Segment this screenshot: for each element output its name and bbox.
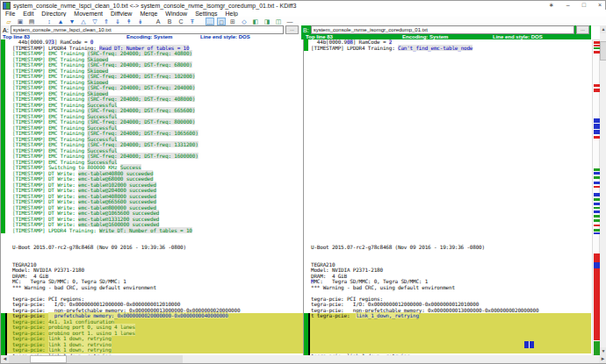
menu-directory[interactable]: Directory (41, 11, 66, 17)
menu-file[interactable]: File (5, 11, 15, 17)
overview-mark (594, 211, 600, 213)
line-numbers-icon[interactable]: ⊞ (228, 18, 237, 25)
text-segment: (SRC-freq: 204000; DST-freq: 68000) (87, 61, 191, 68)
go-next-unsolved-conflict-icon[interactable]: ↡ (136, 18, 145, 25)
print-icon[interactable]: ▤ (27, 18, 36, 25)
text-segment: *** Warning - bad CRC, using default env… (311, 284, 455, 290)
text-segment: emc-table@68000 succeeded (78, 175, 153, 182)
file-b-label: B: (303, 27, 309, 33)
browse-b-button[interactable]: ... (576, 25, 589, 34)
text-segment: (SRC-freq: 204000; DST-freq: 40800) (87, 50, 191, 56)
menu-help[interactable]: Help (225, 11, 237, 17)
diff-pane-b[interactable]: 44b[0000.908] RamCode = 2[TIMESTAMP] LPD… (304, 39, 591, 355)
go-next-conflict-icon[interactable]: ⇓ (113, 18, 122, 25)
go-last-delta-icon[interactable]: ▼ (68, 18, 76, 25)
text-segment: [TIMESTAMP] LPDDR4 Training: (311, 45, 398, 51)
browse-a-button[interactable]: ... (285, 25, 299, 34)
text-segment: Can't_find_emc-table_node (398, 45, 473, 51)
text-segment: Success (120, 164, 141, 170)
text-segment: (SRC-freq: 204000; DST-freq: 800000) (87, 118, 195, 125)
show-whitespace-icon[interactable]: … (206, 18, 214, 25)
file-a-input[interactable]: system_console_nvme_lspci_clean_10.txt (11, 25, 284, 34)
overview-mark (594, 229, 600, 232)
text-segment: (SRC-freq: 204000; DST-freq: 408000) (87, 96, 195, 102)
select-line-a-button[interactable]: A (154, 18, 162, 25)
vertical-scroll-thumb[interactable] (600, 41, 606, 61)
go-prev-unsolved-conflict-icon[interactable]: ↟ (125, 18, 133, 25)
overview-mark (594, 225, 600, 226)
menu-merge[interactable]: Merge (140, 11, 157, 17)
text-segment: U-Boot 2015.07-rc2-g78c8468 (Nov 09 2016… (311, 244, 485, 250)
text-segment: [TIMESTAMP] LPDDR4 Training: (12, 227, 99, 233)
text-segment: emc-table@665600 succeeded (78, 198, 156, 204)
horizontal-scroll-thumb[interactable] (30, 355, 67, 363)
overview-mark (594, 207, 600, 209)
menu-diffview[interactable]: Diffview (111, 11, 132, 17)
overview-mark (594, 168, 600, 171)
window-layout-1-icon[interactable]: ◧ (251, 18, 260, 25)
menu-movement[interactable]: Movement (74, 11, 103, 17)
select-line-b-button[interactable]: B (165, 18, 174, 25)
text-segment: (SRC-freq: 204000; DST-freq: 102000) (87, 73, 195, 79)
go-current-delta-icon[interactable]: ↕ (45, 18, 54, 25)
overview-mark (594, 84, 600, 87)
maximize-button[interactable]: □ (582, 1, 586, 10)
text-segment: emc-table@204000 succeeded (78, 187, 156, 193)
overview-mark (594, 193, 600, 196)
scroll-down-icon[interactable]: ▼ (600, 347, 606, 355)
open-file-icon[interactable]: ▱ (4, 18, 13, 25)
overview-mark (594, 47, 600, 49)
diff-indicator-strip (304, 39, 308, 51)
window-title: system_console_nvme_lspci_clean_10.txt <… (13, 3, 296, 9)
file-b-input[interactable]: system_console_nvme_isomgr_coredump_01.t… (311, 25, 574, 34)
text-segment: Write DT: Number of tables = 10 (99, 227, 192, 233)
scroll-up-icon[interactable]: ▲ (600, 25, 606, 33)
title-bar[interactable]: system_console_nvme_lspci_clean_10.txt <… (1, 1, 605, 10)
close-button[interactable]: × (598, 1, 602, 10)
menu-window[interactable]: Window (165, 11, 187, 17)
overview-mark (594, 176, 600, 179)
overview-mark (594, 51, 600, 54)
window-layout-3-icon[interactable]: ◫ (274, 18, 283, 25)
scroll-left-icon[interactable]: ◄ (1, 355, 9, 363)
diff-overview-column[interactable] (592, 39, 600, 355)
scroll-right-icon[interactable]: ► (599, 355, 606, 363)
menu-edit[interactable]: Edit (23, 11, 33, 17)
current-diff-marker (308, 313, 310, 355)
text-segment: (SRC-freq: 204000; DST-freq: 665600) (87, 107, 195, 113)
diff-indicator-strip (1, 39, 5, 233)
window-layout-2-icon[interactable]: ◨ (263, 18, 271, 25)
overview-mark (594, 45, 600, 46)
go-prev-conflict-icon[interactable]: ⇑ (102, 18, 111, 25)
go-next-delta-icon[interactable]: ▽ (90, 18, 99, 25)
caret-artifact (524, 341, 534, 348)
go-prev-delta-icon[interactable]: △ (79, 18, 88, 25)
auto-advance-icon[interactable]: Ŧ (188, 18, 197, 25)
file-selector-a: A: system_console_nvme_lspci_clean_10.tx… (1, 25, 300, 34)
save-icon[interactable]: ▣ (16, 18, 25, 25)
vertical-scrollbar[interactable]: ▲ ▼ (600, 25, 606, 355)
kdiff3-window: system_console_nvme_lspci_clean_10.txt <… (0, 0, 606, 364)
text-segment: U-Boot 2015.07-rc2-g78c8468 (Nov 09 2016… (12, 244, 186, 250)
overview-mark (594, 182, 600, 184)
statusbar-toggle-icon[interactable]: — (285, 18, 294, 25)
overview-mark (594, 118, 600, 123)
overview-mark (594, 198, 600, 201)
overview-mark (594, 136, 600, 139)
text-segment: (SRC-freq: 204000; DST-freq: 204000) (87, 84, 195, 90)
text-segment: link_1_down,_retrying (356, 312, 419, 318)
text-segment: __prefetchable_memory:_0x000000002000000… (48, 312, 228, 318)
go-first-delta-icon[interactable]: ▲ (56, 18, 65, 25)
menu-settings[interactable]: Settings (195, 11, 217, 17)
diff-pane-a[interactable]: 44b[0000.973] RamCode = 0[TIMESTAMP] LPD… (1, 39, 304, 355)
overview-mark (594, 262, 600, 268)
text-segment: *** Warning - bad CRC, using default env… (12, 284, 156, 290)
show-space-chars-icon[interactable]: □ (217, 18, 226, 25)
horizontal-scrollbar[interactable]: ◄ ► (1, 355, 606, 363)
help-button[interactable]: ∗ (549, 1, 554, 10)
minimize-button[interactable]: – (566, 1, 570, 10)
select-line-c-button[interactable]: C (177, 18, 185, 25)
show-identical-ranges-icon[interactable]: ◇ (240, 18, 249, 25)
menu-bar: FileEditDirectoryMovementDiffviewMergeWi… (1, 10, 606, 17)
overview-mark (594, 219, 600, 222)
